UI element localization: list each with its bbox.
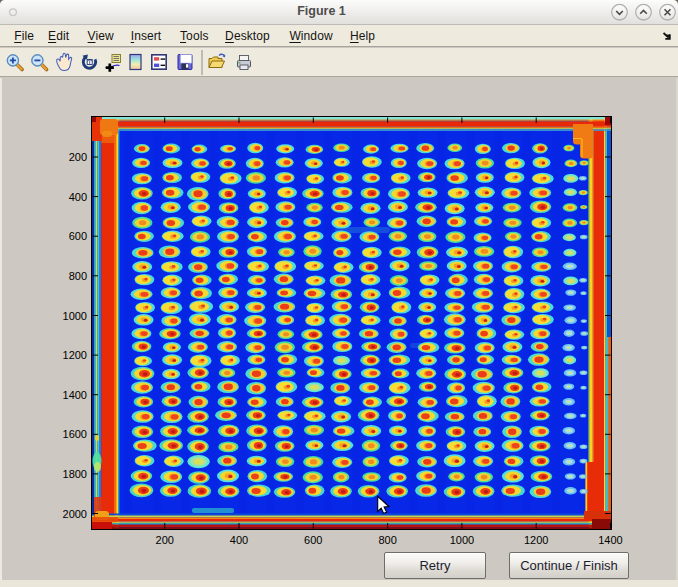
svg-text:1600: 1600 bbox=[63, 428, 87, 440]
svg-text:200: 200 bbox=[156, 534, 174, 546]
svg-text:600: 600 bbox=[304, 534, 322, 546]
svg-text:1200: 1200 bbox=[63, 349, 87, 361]
svg-text:600: 600 bbox=[69, 230, 87, 242]
svg-text:400: 400 bbox=[69, 191, 87, 203]
svg-text:1400: 1400 bbox=[598, 534, 622, 546]
svg-text:1200: 1200 bbox=[524, 534, 548, 546]
svg-text:800: 800 bbox=[69, 270, 87, 282]
svg-text:400: 400 bbox=[230, 534, 248, 546]
svg-text:1400: 1400 bbox=[63, 389, 87, 401]
svg-text:1000: 1000 bbox=[450, 534, 474, 546]
svg-text:2000: 2000 bbox=[63, 508, 87, 520]
svg-text:1800: 1800 bbox=[63, 468, 87, 480]
svg-text:800: 800 bbox=[378, 534, 396, 546]
svg-text:1000: 1000 bbox=[63, 310, 87, 322]
svg-text:200: 200 bbox=[69, 151, 87, 163]
